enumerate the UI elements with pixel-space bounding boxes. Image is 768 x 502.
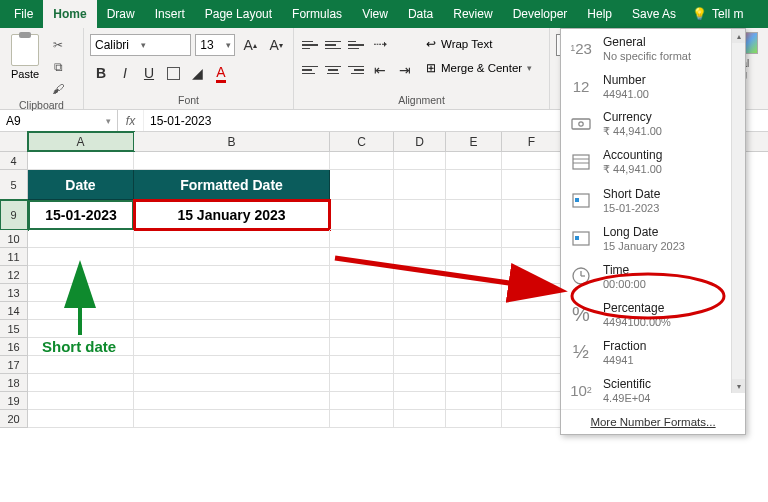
cell[interactable]: [28, 374, 134, 392]
cell[interactable]: [446, 410, 502, 428]
row-header[interactable]: 16: [0, 338, 28, 356]
format-general[interactable]: 123 GeneralNo specific format: [561, 29, 745, 67]
tell-me[interactable]: 💡 Tell m: [692, 7, 743, 21]
align-left-button[interactable]: [300, 62, 320, 78]
cell[interactable]: [502, 302, 562, 320]
cell[interactable]: [330, 392, 394, 410]
row-header[interactable]: 15: [0, 320, 28, 338]
row-header[interactable]: 4: [0, 152, 28, 170]
row-header[interactable]: 5: [0, 170, 28, 200]
paste-button[interactable]: Paste: [6, 30, 44, 80]
align-bottom-button[interactable]: [346, 37, 366, 53]
increase-indent-button[interactable]: ⇥: [394, 59, 416, 81]
dropdown-scrollbar[interactable]: ▴ ▾: [731, 29, 745, 393]
menu-insert[interactable]: Insert: [145, 0, 195, 28]
cell[interactable]: [134, 266, 330, 284]
cell[interactable]: [394, 374, 446, 392]
cell[interactable]: [134, 410, 330, 428]
cell[interactable]: [28, 230, 134, 248]
format-currency[interactable]: Currency₹ 44,941.00: [561, 105, 745, 143]
menu-review[interactable]: Review: [443, 0, 502, 28]
menu-draw[interactable]: Draw: [97, 0, 145, 28]
cell[interactable]: [134, 152, 330, 170]
cell[interactable]: [330, 320, 394, 338]
cell[interactable]: [394, 410, 446, 428]
font-color-button[interactable]: A: [210, 62, 232, 84]
cell[interactable]: [330, 284, 394, 302]
cell[interactable]: [394, 356, 446, 374]
cell[interactable]: [394, 284, 446, 302]
cell[interactable]: [446, 356, 502, 374]
cell[interactable]: [134, 356, 330, 374]
row-header[interactable]: 14: [0, 302, 28, 320]
cell[interactable]: [28, 266, 134, 284]
cell[interactable]: [446, 392, 502, 410]
name-box[interactable]: A9 ▾: [0, 110, 118, 131]
cell[interactable]: [446, 302, 502, 320]
menu-home[interactable]: Home: [43, 0, 96, 28]
cell[interactable]: [134, 320, 330, 338]
format-percentage[interactable]: % Percentage4494100.00%: [561, 295, 745, 333]
format-number[interactable]: 12 Number44941.00: [561, 67, 745, 105]
row-header[interactable]: 13: [0, 284, 28, 302]
cell[interactable]: [502, 320, 562, 338]
col-header-f[interactable]: F: [502, 132, 562, 151]
align-right-button[interactable]: [346, 62, 366, 78]
menu-data[interactable]: Data: [398, 0, 443, 28]
italic-button[interactable]: I: [114, 62, 136, 84]
col-header-d[interactable]: D: [394, 132, 446, 151]
orientation-button[interactable]: ⭬: [369, 34, 391, 56]
wrap-text-button[interactable]: ↩Wrap Text: [426, 34, 532, 54]
cell[interactable]: [28, 338, 134, 356]
cell[interactable]: [134, 392, 330, 410]
cell[interactable]: [394, 248, 446, 266]
cell[interactable]: [394, 266, 446, 284]
cell[interactable]: [502, 392, 562, 410]
cell[interactable]: [502, 338, 562, 356]
col-header-b[interactable]: B: [134, 132, 330, 151]
cell[interactable]: [28, 152, 134, 170]
format-long-date[interactable]: Long Date15 January 2023: [561, 219, 745, 257]
row-header[interactable]: 10: [0, 230, 28, 248]
cell[interactable]: [134, 338, 330, 356]
cell[interactable]: [502, 410, 562, 428]
select-all-corner[interactable]: [0, 132, 28, 151]
cell[interactable]: [330, 170, 394, 200]
cell[interactable]: [28, 392, 134, 410]
fill-color-button[interactable]: ◢: [186, 62, 208, 84]
cell[interactable]: [446, 320, 502, 338]
cell[interactable]: [394, 152, 446, 170]
menu-help[interactable]: Help: [577, 0, 622, 28]
header-date[interactable]: Date: [28, 170, 134, 200]
cut-button[interactable]: ✂: [48, 36, 68, 54]
row-header[interactable]: 11: [0, 248, 28, 266]
cell[interactable]: [394, 320, 446, 338]
col-header-e[interactable]: E: [446, 132, 502, 151]
underline-button[interactable]: U: [138, 62, 160, 84]
cell[interactable]: [28, 356, 134, 374]
cell[interactable]: [394, 170, 446, 200]
cell[interactable]: [330, 374, 394, 392]
menu-formulas[interactable]: Formulas: [282, 0, 352, 28]
cell[interactable]: [446, 284, 502, 302]
row-header[interactable]: 20: [0, 410, 28, 428]
cell[interactable]: [330, 356, 394, 374]
format-time[interactable]: Time00:00:00: [561, 257, 745, 295]
cell[interactable]: [330, 266, 394, 284]
align-middle-button[interactable]: [323, 37, 343, 53]
col-header-a[interactable]: A: [28, 132, 134, 151]
cell[interactable]: [502, 266, 562, 284]
format-accounting[interactable]: Accounting₹ 44,941.00: [561, 143, 745, 181]
cell[interactable]: [394, 392, 446, 410]
cell[interactable]: [330, 410, 394, 428]
menu-save-as[interactable]: Save As: [622, 0, 686, 28]
cell[interactable]: [502, 248, 562, 266]
cell[interactable]: [134, 284, 330, 302]
row-header[interactable]: 18: [0, 374, 28, 392]
decrease-indent-button[interactable]: ⇤: [369, 59, 391, 81]
cell-b9[interactable]: 15 January 2023: [134, 200, 330, 230]
align-top-button[interactable]: [300, 37, 320, 53]
cell[interactable]: [502, 200, 562, 230]
cell[interactable]: [394, 302, 446, 320]
cell-a9-selected[interactable]: 15-01-2023: [28, 200, 134, 230]
